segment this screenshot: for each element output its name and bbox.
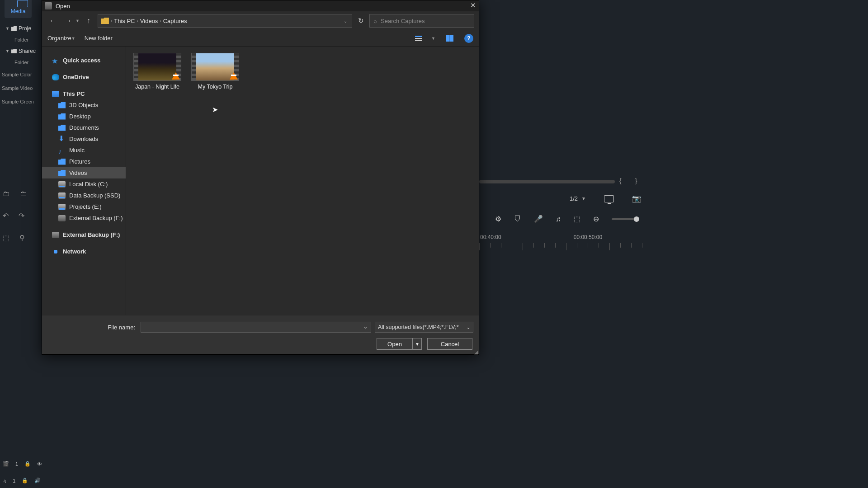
list-view-icon: [415, 36, 422, 41]
sidebar-label: Network: [63, 248, 86, 255]
sidebar-music[interactable]: ♪Music: [42, 145, 126, 156]
sidebar-databackup[interactable]: Data Backup (SSD): [42, 190, 126, 201]
sidebar-label: Local Disk (C:): [69, 181, 108, 188]
help-button[interactable]: ?: [464, 34, 473, 43]
newfolder-button[interactable]: New folder: [85, 35, 113, 42]
link-icon[interactable]: ⚲: [19, 234, 25, 242]
file-name: Japan - Night Life: [135, 84, 179, 90]
search-input[interactable]: ⌕ Search Captures: [369, 14, 474, 28]
sidebar-external-f[interactable]: External Backup (F:): [42, 212, 126, 224]
shield-icon[interactable]: ⛉: [514, 215, 521, 223]
page-indicator: 1/2: [570, 195, 578, 202]
sidebar-label: This PC: [63, 90, 85, 97]
tree-label: Folder: [14, 60, 28, 65]
chevron-down-icon[interactable]: ⌄: [344, 19, 349, 23]
video-track[interactable]: 🎬1🔒👁: [3, 461, 42, 467]
vlc-icon: [172, 72, 180, 80]
preview-pane-button[interactable]: [444, 34, 455, 43]
tree-folder[interactable]: Folder: [0, 57, 43, 68]
timeline[interactable]: 00:40:0000:00:50:00: [479, 234, 868, 250]
chevron-down-icon[interactable]: ▼: [581, 196, 586, 201]
eye-icon[interactable]: 👁: [37, 461, 42, 467]
media-tab[interactable]: Media: [5, 0, 32, 18]
volume-slider[interactable]: [612, 218, 637, 220]
sidebar-quick-access[interactable]: ★Quick access: [42, 55, 126, 66]
import-icon[interactable]: 🗀: [20, 190, 27, 198]
music-list-icon[interactable]: ♬: [556, 215, 561, 223]
open-button[interactable]: Open: [377, 338, 413, 350]
forward-button[interactable]: →: [62, 14, 75, 27]
sidebar-documents[interactable]: Documents: [42, 122, 126, 133]
file-item[interactable]: My Tokyo Trip: [190, 53, 240, 90]
crumb-videos[interactable]: Videos: [140, 18, 158, 24]
filename-input[interactable]: [141, 322, 371, 333]
sidebar-projects-e[interactable]: Projects (E:): [42, 201, 126, 212]
redo-icon[interactable]: ↷: [19, 211, 24, 220]
tree-project[interactable]: ▼Proje: [0, 23, 43, 34]
sidebar-onedrive[interactable]: OneDrive: [42, 71, 126, 83]
sidebar-localdisk-c[interactable]: Local Disk (C:): [42, 178, 126, 190]
organize-button[interactable]: Organize▼: [47, 35, 75, 42]
mark-out-icon[interactable]: }: [635, 177, 637, 184]
speaker-icon[interactable]: 🔊: [34, 478, 41, 483]
title-bar[interactable]: Open ✕: [42, 0, 479, 11]
undo-icon[interactable]: ↶: [3, 211, 9, 220]
open-dropdown-button[interactable]: ▼: [413, 338, 422, 350]
view-mode-button[interactable]: [413, 34, 424, 43]
sidebar-external-f2[interactable]: External Backup (F:): [42, 229, 126, 240]
sidebar-label: Quick access: [63, 57, 100, 64]
sidebar-thispc[interactable]: This PC: [42, 88, 126, 99]
caret-down-icon[interactable]: ▼: [431, 36, 435, 41]
file-item[interactable]: Japan - Night Life: [132, 53, 182, 90]
dialog-title: Open: [56, 3, 70, 9]
media-tab-label: Media: [11, 8, 26, 14]
resize-grip-icon[interactable]: ◢: [474, 351, 478, 353]
sample-colors[interactable]: Sample Color: [0, 68, 43, 81]
video-thumbnail: [191, 53, 239, 81]
snapshot-icon[interactable]: ⬚: [574, 215, 580, 223]
filetype-filter[interactable]: All supported files(*.MP4;*.FLV;*⌄: [375, 322, 473, 333]
new-folder-icon[interactable]: 🗀: [3, 190, 10, 198]
monitor-icon[interactable]: [604, 195, 614, 202]
lock-icon[interactable]: 🔒: [24, 461, 31, 467]
sidebar-3dobjects[interactable]: 3D Objects: [42, 99, 126, 111]
tree-folder[interactable]: Folder: [0, 34, 43, 45]
mic-icon[interactable]: 🎤: [534, 215, 543, 223]
track-number: 1: [13, 478, 15, 483]
sidebar-videos[interactable]: Videos: [42, 167, 126, 178]
sidebar-network[interactable]: Network: [42, 246, 126, 257]
breadcrumb[interactable]: › This PC › Videos › Captures ⌄: [98, 14, 352, 28]
tree-shared[interactable]: ▼Sharec: [0, 45, 43, 57]
refresh-button[interactable]: ↻: [355, 17, 367, 25]
crumb-thispc[interactable]: This PC: [114, 18, 135, 24]
cancel-button[interactable]: Cancel: [427, 338, 472, 350]
chevron-right-icon: ›: [111, 19, 112, 23]
back-button[interactable]: ←: [47, 14, 59, 27]
camera-icon[interactable]: 📷: [632, 194, 641, 203]
file-content-area[interactable]: Japan - Night Life My Tokyo Trip ➤: [126, 47, 479, 315]
lock-icon[interactable]: 🔒: [22, 478, 28, 483]
search-placeholder: Search Captures: [381, 18, 425, 24]
panel-icon[interactable]: ⬚: [3, 234, 9, 242]
crumb-captures[interactable]: Captures: [163, 18, 187, 24]
up-button[interactable]: ↑: [82, 14, 95, 27]
scrub-bar[interactable]: [479, 180, 615, 183]
folder-icon: [58, 125, 66, 131]
sidebar-label: External Backup (F:): [69, 215, 123, 221]
close-icon[interactable]: ✕: [470, 1, 476, 9]
search-icon: ⌕: [373, 18, 377, 24]
color-icon[interactable]: ⚙: [495, 215, 501, 223]
time-label: 00:40:00: [480, 234, 501, 240]
dialog-footer: File name: All supported files(*.MP4;*.F…: [42, 315, 479, 354]
audio-track[interactable]: ♫1🔒🔊: [3, 478, 42, 483]
zoom-out-icon[interactable]: ⊖: [593, 215, 599, 223]
folder-icon: [58, 170, 66, 176]
sample-green[interactable]: Sample Green: [0, 95, 43, 108]
caret-down-icon: ▼: [71, 36, 75, 41]
sidebar-pictures[interactable]: Pictures: [42, 156, 126, 167]
sidebar-desktop[interactable]: Desktop: [42, 111, 126, 122]
sidebar-downloads[interactable]: ⬇Downloads: [42, 133, 126, 145]
mark-in-icon[interactable]: {: [619, 177, 622, 184]
sample-videos[interactable]: Sample Video: [0, 81, 43, 95]
history-caret-icon[interactable]: ▼: [75, 19, 80, 23]
